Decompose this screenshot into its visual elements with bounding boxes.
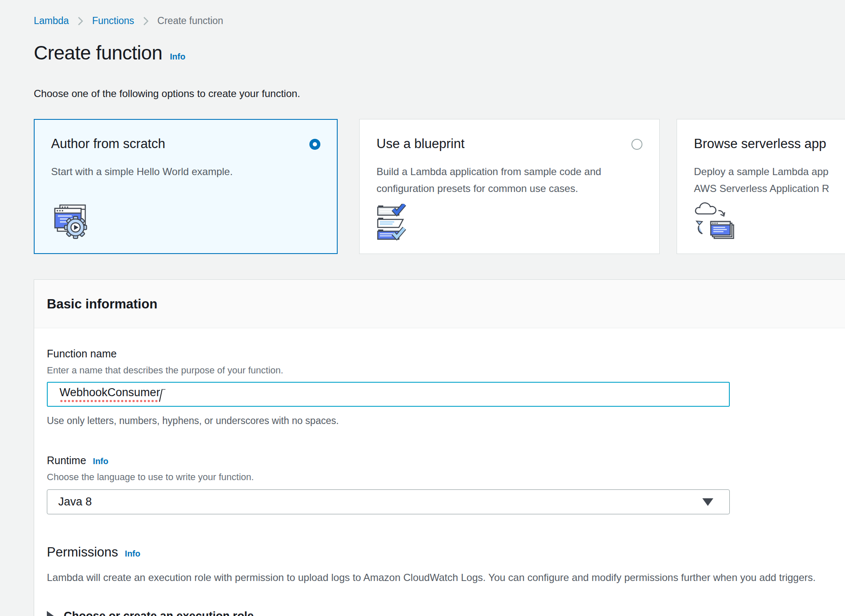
breadcrumb: Lambda Functions Create function [34,15,223,27]
cloud-sync-windows-icon [694,201,736,241]
intro-text: Choose one of the following options to c… [34,88,300,100]
breadcrumb-lambda[interactable]: Lambda [34,15,69,27]
runtime-select[interactable]: Java 8 [47,489,730,514]
permissions-description: Lambda will create an execution role wit… [47,572,845,584]
permissions-info-link[interactable]: Info [125,549,141,559]
runtime-label: Runtime [47,454,86,467]
card-browse-serverless-app[interactable]: Browse serverless app Deploy a sample La… [677,119,845,254]
function-name-input[interactable]: WebhookConsumer [47,382,730,407]
execution-role-expander[interactable]: Choose or create an execution role [47,610,845,616]
runtime-selected-value: Java 8 [58,495,92,508]
checklist-icon [376,204,417,241]
expander-triangle-icon [47,611,54,616]
chevron-right-icon [77,16,84,26]
card-description: Build a Lambda application from sample c… [376,163,642,197]
function-name-label: Function name [47,348,116,360]
page-title: Create function [34,41,162,64]
card-use-a-blueprint[interactable]: Use a blueprint Build a Lambda applicati… [359,119,660,254]
execution-role-expander-label: Choose or create an execution role [64,610,254,616]
chevron-right-icon [143,16,149,26]
permissions-heading: Permissions [47,545,118,560]
card-title: Author from scratch [51,136,165,151]
card-title: Browse serverless app [694,136,826,151]
creation-options: Author from scratch Start with a simple … [34,119,845,254]
card-description: Start with a simple Hello World example. [51,163,320,180]
card-title: Use a blueprint [376,136,465,151]
runtime-info-link[interactable]: Info [93,457,108,466]
text-cursor [159,389,165,402]
basic-information-panel: Basic information Function name Enter a … [34,279,845,616]
function-name-value: WebhookConsumer [60,386,160,403]
card-author-from-scratch[interactable]: Author from scratch Start with a simple … [34,119,338,254]
window-gear-play-icon [51,203,90,240]
create-function-page: Lambda Functions Create function Create … [0,0,845,616]
radio-selected[interactable] [309,139,320,150]
title-info-link[interactable]: Info [170,52,185,62]
breadcrumb-functions[interactable]: Functions [92,15,134,27]
function-name-help: Enter a name that describes the purpose … [47,365,845,376]
runtime-help: Choose the language to use to write your… [47,472,845,483]
section-title: Basic information [47,297,845,312]
dropdown-arrow-icon [702,498,713,506]
function-name-hint: Use only letters, numbers, hyphens, or u… [47,415,845,427]
breadcrumb-current: Create function [157,15,223,27]
radio-unselected[interactable] [631,139,642,150]
card-description: Deploy a sample Lambda app AWS Serverles… [694,163,845,197]
